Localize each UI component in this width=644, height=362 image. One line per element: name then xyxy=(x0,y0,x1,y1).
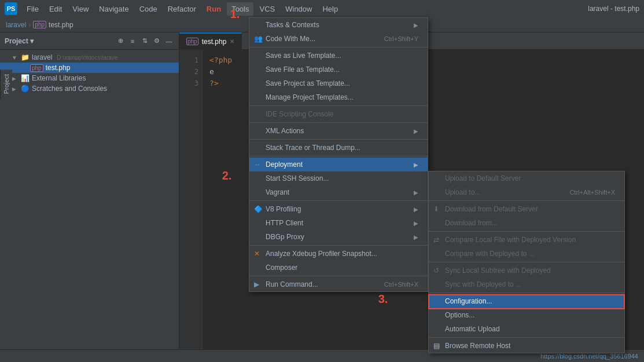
window-title: laravel - test.php xyxy=(588,5,639,13)
menu-ssh-session[interactable]: Start SSH Session... xyxy=(249,171,428,185)
menu-run[interactable]: Run xyxy=(202,2,226,16)
tree-item-testphp[interactable]: ▶ php test.php xyxy=(0,63,179,73)
sidebar-title: Project ▾ xyxy=(5,37,34,45)
run-command-shortcut: Ctrl+Shift+X xyxy=(367,281,418,288)
menu-code[interactable]: Code xyxy=(135,2,162,16)
http-arrow: ▶ xyxy=(414,220,418,226)
run-command-label: Run Command... xyxy=(266,280,318,288)
save-file-tpl-label: Save File as Template... xyxy=(266,65,340,74)
menu-tasks[interactable]: Tasks & Contexts ▶ xyxy=(249,18,428,32)
menu-refactor[interactable]: Refactor xyxy=(163,2,201,16)
sidebar-icons: ⊕ ≡ ⇅ ⚙ — xyxy=(115,36,174,46)
sidebar: Project ▾ ⊕ ≡ ⇅ ⚙ — ▼ 📁 laravel D:\xampp… xyxy=(0,32,179,349)
menu-view[interactable]: View xyxy=(68,2,93,16)
menu-window[interactable]: Window xyxy=(281,2,317,16)
hide-sidebar-icon[interactable]: — xyxy=(164,36,174,46)
menu-ide-scripting: IDE Scripting Console xyxy=(249,107,428,121)
menu-vagrant[interactable]: Vagrant ▶ xyxy=(249,185,428,199)
locate-file-icon[interactable]: ⊕ xyxy=(115,36,126,46)
menu-deployment[interactable]: ↔ Deployment ▶ xyxy=(249,158,428,171)
run-command-icon: ▶ xyxy=(254,280,259,288)
breadcrumb-part-2[interactable]: php test.php xyxy=(33,21,73,29)
tree-item-label: laravel xyxy=(32,53,52,61)
tab-label: test.php xyxy=(202,38,227,46)
ext-libs-icon: 📊 xyxy=(21,74,30,82)
v8-icon: 🔷 xyxy=(254,205,263,213)
collapse-all-icon[interactable]: ≡ xyxy=(127,36,138,46)
ide-scripting-label: IDE Scripting Console xyxy=(266,110,333,118)
tree-item-path: D:\xampp\htdocs\larave xyxy=(57,54,117,61)
cwm-shortcut: Ctrl+Shift+Y xyxy=(367,35,418,42)
sep-4 xyxy=(249,139,428,140)
menu-navigate[interactable]: Navigate xyxy=(94,2,133,16)
sort-icon[interactable]: ⇅ xyxy=(139,36,150,46)
status-url: https://blog.csdn.net/qq_35616944 xyxy=(540,353,638,360)
tree-item-ext-libs-label: External Libraries xyxy=(32,74,86,82)
sep-1 xyxy=(249,47,428,47)
ssh-label: Start SSH Session... xyxy=(266,174,329,182)
app-logo: PS xyxy=(5,2,17,15)
menu-vcs[interactable]: VCS xyxy=(255,2,279,16)
sidebar-header: Project ▾ ⊕ ≡ ⇅ ⚙ — xyxy=(0,32,179,50)
xml-label: XML Actions xyxy=(266,127,304,135)
menu-stack-trace[interactable]: Stack Trace or Thread Dump... xyxy=(249,141,428,155)
xml-arrow: ▶ xyxy=(414,128,418,134)
save-proj-tpl-label: Save Project as Template... xyxy=(266,79,350,87)
v8-arrow: ▶ xyxy=(414,206,418,213)
save-live-label: Save as Live Template... xyxy=(266,52,341,60)
status-bar: https://blog.csdn.net/qq_35616944 xyxy=(0,349,644,362)
composer-label: Composer xyxy=(266,264,297,272)
http-label: HTTP Client xyxy=(266,219,303,227)
breadcrumb-part-1[interactable]: laravel xyxy=(6,21,26,29)
menu-tools[interactable]: Tools xyxy=(227,2,253,16)
vagrant-arrow: ▶ xyxy=(414,189,418,196)
scratches-icon: 🔵 xyxy=(21,85,30,93)
menu-save-file-template[interactable]: Save File as Template... xyxy=(249,63,428,76)
cwm-icon: 👥 xyxy=(254,35,263,43)
breadcrumb-sep: › xyxy=(28,21,31,29)
menu-save-project-template[interactable]: Save Project as Template... xyxy=(249,76,428,90)
sep-3 xyxy=(249,122,428,123)
menu-xdebug[interactable]: ✕ Analyze Xdebug Profiler Snapshot... xyxy=(249,247,428,261)
dbgp-label: DBGp Proxy xyxy=(266,233,304,241)
menu-run-command[interactable]: ▶ Run Command... Ctrl+Shift+X xyxy=(249,277,428,291)
menu-file[interactable]: File xyxy=(22,2,43,16)
menu-code-with-me[interactable]: 👥 Code With Me... Ctrl+Shift+Y xyxy=(249,32,428,46)
tab-close-icon[interactable]: ✕ xyxy=(230,38,234,45)
tree-item-ext-libs[interactable]: ▶ 📊 External Libraries xyxy=(0,73,179,83)
menu-http-client[interactable]: HTTP Client ▶ xyxy=(249,216,428,230)
tree-item-scratches[interactable]: ▶ 🔵 Scratches and Consoles xyxy=(0,83,179,94)
sidebar-tree: ▼ 📁 laravel D:\xampp\htdocs\larave ▶ php… xyxy=(0,50,179,349)
menu-tasks-label: Tasks & Contexts xyxy=(266,21,319,29)
stack-trace-label: Stack Trace or Thread Dump... xyxy=(266,144,360,152)
php-tab-icon: php xyxy=(186,38,198,45)
menu-v8-profiling[interactable]: 🔷 V8 Profiling ▶ xyxy=(249,202,428,216)
menu-edit[interactable]: Edit xyxy=(45,2,67,16)
php-file-icon: php xyxy=(30,64,43,72)
v8-label: V8 Profiling xyxy=(266,205,301,213)
vagrant-label: Vagrant xyxy=(266,188,289,196)
tree-item-testphp-label: test.php xyxy=(46,64,71,72)
menu-dbgp[interactable]: DBGp Proxy ▶ xyxy=(249,230,428,244)
tab-testphp[interactable]: php test.php ✕ xyxy=(179,32,242,50)
menu-composer[interactable]: Composer xyxy=(249,261,428,275)
deployment-icon: ↔ xyxy=(254,160,261,169)
tasks-arrow: ▶ xyxy=(414,22,418,28)
menu-manage-templates[interactable]: Manage Project Templates... xyxy=(249,90,428,104)
menu-xml-actions[interactable]: XML Actions ▶ xyxy=(249,124,428,138)
sep-5 xyxy=(249,156,428,156)
cwm-label: Code With Me... xyxy=(266,35,315,43)
tools-menu-dropdown[interactable]: Tasks & Contexts ▶ 👥 Code With Me... Ctr… xyxy=(249,17,428,292)
tree-item-laravel[interactable]: ▼ 📁 laravel D:\xampp\htdocs\larave xyxy=(0,52,179,63)
folder-icon: 📁 xyxy=(21,53,30,61)
project-vertical-tab[interactable]: Project xyxy=(0,70,12,98)
settings-icon[interactable]: ⚙ xyxy=(152,36,162,46)
xdebug-label: Analyze Xdebug Profiler Snapshot... xyxy=(266,250,377,258)
dbgp-arrow: ▶ xyxy=(414,234,418,240)
menu-save-live[interactable]: Save as Live Template... xyxy=(249,49,428,63)
sep-7 xyxy=(249,245,428,246)
manage-tpl-label: Manage Project Templates... xyxy=(266,93,354,101)
menu-help[interactable]: Help xyxy=(318,2,343,16)
line-numbers: 1 2 3 xyxy=(179,50,203,349)
menubar: PS File Edit View Navigate Code Refactor… xyxy=(0,0,644,17)
